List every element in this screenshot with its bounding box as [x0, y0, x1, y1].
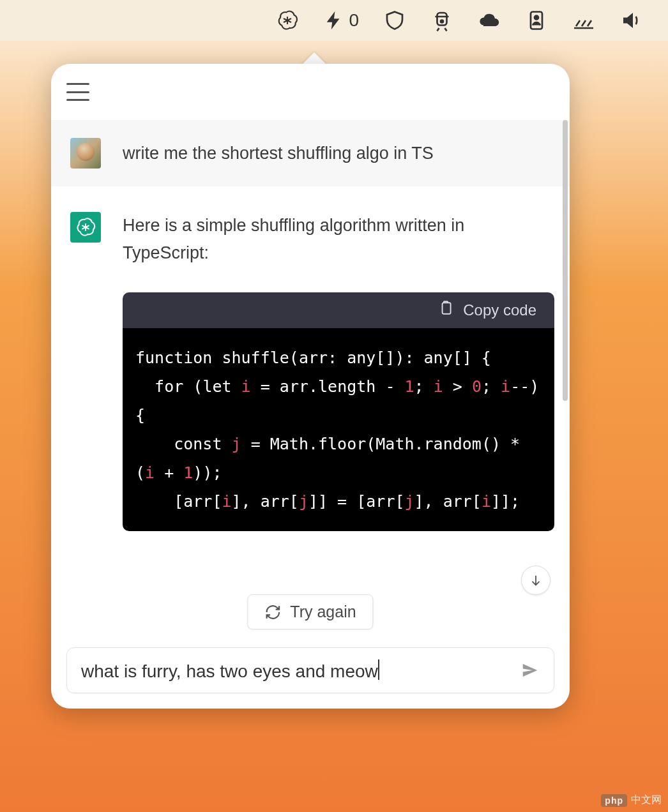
scrollbar-track [563, 120, 568, 709]
counter-value: 0 [349, 10, 359, 31]
try-again-button[interactable]: Try again [247, 594, 373, 629]
message-input-row: what is furry, has two eyes and meow [66, 647, 554, 693]
svg-rect-2 [531, 12, 542, 29]
system-menubar: 0 [0, 0, 668, 41]
svg-point-3 [535, 16, 538, 20]
bolt-counter[interactable]: 0 [323, 10, 359, 31]
train-icon[interactable] [430, 9, 453, 32]
assistant-intro-text: Here is a simple shuffling algorithm wri… [123, 212, 544, 267]
try-again-label: Try again [290, 603, 356, 621]
watermark-logo: php [601, 794, 627, 807]
message-input[interactable]: what is furry, has two eyes and meow [81, 659, 520, 682]
panel-header [51, 64, 570, 120]
chat-popover: write me the shortest shuffling algo in … [51, 64, 570, 709]
id-badge-icon[interactable] [525, 9, 548, 32]
hamburger-menu-icon[interactable] [66, 83, 89, 101]
copy-code-button[interactable]: Copy code [463, 301, 536, 319]
code-block: Copy code function shuffle(arr: any[]): … [123, 292, 554, 531]
watermark-text: 中文网 [631, 793, 662, 807]
assistant-message: Here is a simple shuffling algorithm wri… [51, 186, 570, 267]
openai-icon[interactable] [276, 9, 299, 32]
cloud-icon[interactable] [478, 9, 501, 32]
volume-icon[interactable] [619, 9, 642, 32]
shield-icon[interactable] [383, 9, 406, 32]
svg-point-1 [441, 20, 443, 23]
text-caret [378, 659, 379, 680]
user-avatar [70, 138, 101, 169]
user-message: write me the shortest shuffling algo in … [51, 120, 570, 186]
assistant-avatar [70, 212, 101, 243]
scrollbar-thumb[interactable] [563, 120, 568, 401]
code-body[interactable]: function shuffle(arr: any[]): any[] { fo… [123, 328, 554, 531]
code-header: Copy code [123, 292, 554, 328]
scroll-to-bottom-button[interactable] [521, 566, 550, 595]
clipboard-icon [437, 300, 454, 320]
brightness-icon[interactable] [572, 9, 595, 32]
watermark: php 中文网 [601, 793, 662, 807]
svg-rect-4 [443, 303, 451, 314]
send-button[interactable] [520, 661, 540, 680]
message-input-value: what is furry, has two eyes and meow [81, 661, 378, 681]
user-message-text: write me the shortest shuffling algo in … [123, 138, 434, 165]
